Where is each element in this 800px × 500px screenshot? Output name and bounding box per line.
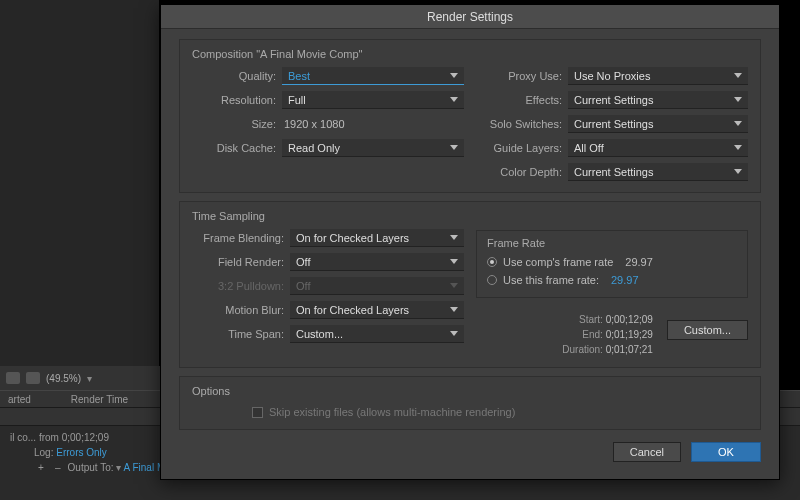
diskcache-dropdown[interactable]: Read Only — [282, 139, 464, 157]
comp-rate-value: 29.97 — [625, 256, 653, 268]
monitor-icon[interactable] — [26, 372, 40, 384]
caret-down-icon — [734, 145, 742, 150]
caret-down-icon — [450, 259, 458, 264]
cancel-button[interactable]: Cancel — [613, 442, 681, 462]
frameblend-dropdown[interactable]: On for Checked Layers — [290, 229, 464, 247]
motionblur-label: Motion Blur: — [192, 304, 290, 316]
fieldrender-dropdown[interactable]: Off — [290, 253, 464, 271]
effects-label: Effects: — [476, 94, 568, 106]
add-output-icon[interactable]: + — [34, 460, 48, 475]
left-panel — [0, 0, 160, 390]
output-label: Output To: — [68, 462, 114, 473]
render-settings-dialog: Render Settings Composition "A Final Mov… — [160, 4, 780, 480]
col-rendertime: Render Time — [71, 394, 128, 405]
caret-down-icon — [450, 307, 458, 312]
custom-timespan-button[interactable]: Custom... — [667, 320, 748, 340]
log-dropdown[interactable]: Errors Only — [56, 447, 107, 458]
solo-dropdown[interactable]: Current Settings — [568, 115, 748, 133]
fieldrender-label: Field Render: — [192, 256, 290, 268]
timespan-dropdown[interactable]: Custom... — [290, 325, 464, 343]
log-label: Log: — [34, 447, 53, 458]
caret-icon[interactable]: ▾ — [87, 373, 94, 384]
col-status: arted — [8, 394, 31, 405]
radio-comp-rate-label: Use comp's frame rate — [503, 256, 613, 268]
solo-label: Solo Switches: — [476, 118, 568, 130]
proxy-label: Proxy Use: — [476, 70, 568, 82]
motionblur-dropdown[interactable]: On for Checked Layers — [290, 301, 464, 319]
framerate-group: Frame Rate Use comp's frame rate 29.97 U… — [476, 230, 748, 298]
quality-label: Quality: — [192, 70, 282, 82]
resolution-dropdown[interactable]: Full — [282, 91, 464, 109]
caret-down-icon — [450, 235, 458, 240]
caret-down-icon — [734, 169, 742, 174]
remove-output-icon[interactable]: – — [51, 460, 65, 475]
output-path[interactable]: A Final M — [124, 462, 166, 473]
diskcache-label: Disk Cache: — [192, 142, 282, 154]
skip-existing-checkbox[interactable] — [252, 407, 263, 418]
radio-custom-rate-label: Use this frame rate: — [503, 274, 599, 286]
caret-down-icon — [734, 97, 742, 102]
quality-dropdown[interactable]: Best — [282, 67, 464, 85]
dialog-title: Render Settings — [161, 5, 779, 29]
effects-dropdown[interactable]: Current Settings — [568, 91, 748, 109]
time-sampling-section: Time Sampling Frame Blending: On for Che… — [179, 201, 761, 368]
framerate-heading: Frame Rate — [487, 237, 737, 249]
frameblend-label: Frame Blending: — [192, 232, 290, 244]
guide-dropdown[interactable]: All Off — [568, 139, 748, 157]
caret-down-icon — [450, 283, 458, 288]
caret-down-icon — [450, 331, 458, 336]
options-heading: Options — [192, 385, 748, 397]
size-label: Size: — [192, 118, 282, 130]
grid-icon[interactable] — [6, 372, 20, 384]
timespan-label: Time Span: — [192, 328, 290, 340]
pulldown-label: 3:2 Pulldown: — [192, 280, 290, 292]
radio-comp-rate[interactable] — [487, 257, 497, 267]
composition-heading: Composition "A Final Movie Comp" — [192, 48, 748, 60]
time-readout: Start: 0;00;12;09 End: 0;01;19;29 Durati… — [476, 312, 657, 357]
custom-rate-input[interactable]: 29.97 — [611, 274, 639, 286]
caret-down-icon — [734, 73, 742, 78]
radio-custom-rate[interactable] — [487, 275, 497, 285]
depth-dropdown[interactable]: Current Settings — [568, 163, 748, 181]
pulldown-dropdown: Off — [290, 277, 464, 295]
zoom-bar: (49.5%) ▾ — [0, 366, 160, 390]
caret-down-icon — [450, 73, 458, 78]
size-value: 1920 x 1080 — [282, 118, 345, 130]
skip-existing-label: Skip existing files (allows multi-machin… — [269, 406, 515, 418]
guide-label: Guide Layers: — [476, 142, 568, 154]
caret-down-icon — [734, 121, 742, 126]
depth-label: Color Depth: — [476, 166, 568, 178]
ok-button[interactable]: OK — [691, 442, 761, 462]
time-sampling-heading: Time Sampling — [192, 210, 748, 222]
proxy-dropdown[interactable]: Use No Proxies — [568, 67, 748, 85]
caret-down-icon — [450, 97, 458, 102]
options-section: Options Skip existing files (allows mult… — [179, 376, 761, 430]
zoom-value[interactable]: (49.5%) — [46, 373, 81, 384]
caret-down-icon — [450, 145, 458, 150]
composition-section: Composition "A Final Movie Comp" Quality… — [179, 39, 761, 193]
resolution-label: Resolution: — [192, 94, 282, 106]
